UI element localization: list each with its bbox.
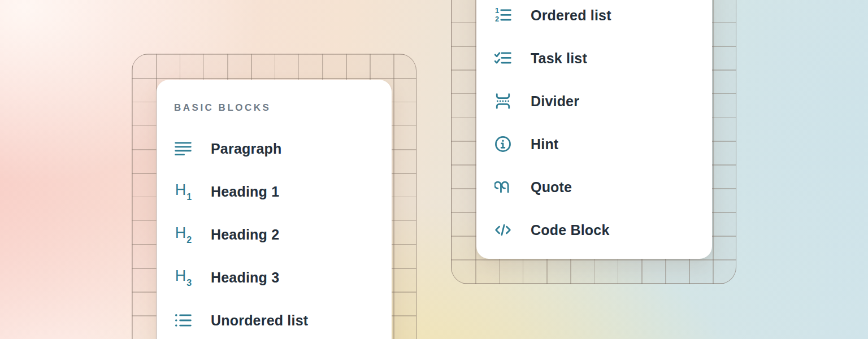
heading-2-icon: H2 (174, 225, 192, 244)
menu-item-label: Paragraph (211, 141, 281, 157)
unordered-list-icon (174, 311, 192, 329)
section-label: BASIC BLOCKS (174, 80, 392, 114)
menu-item-label: Unordered list (211, 312, 308, 329)
svg-text:2: 2 (495, 15, 499, 23)
paragraph-icon (174, 140, 192, 158)
quote-icon (494, 178, 512, 196)
menu-item-hint[interactable]: Hint (494, 123, 712, 166)
menu-item-label: Code Block (531, 222, 610, 238)
blocks-menu-continued: 1 2 Ordered list Task list (476, 0, 712, 259)
svg-text:1: 1 (495, 7, 499, 15)
menu-item-label: Heading 2 (211, 227, 279, 243)
menu-item-heading-3[interactable]: H3 Heading 3 (174, 256, 392, 299)
code-block-icon (494, 221, 512, 239)
menu-item-label: Task list (531, 50, 587, 67)
menu-item-label: Quote (531, 179, 572, 195)
menu-item-code-block[interactable]: Code Block (494, 208, 712, 251)
menu-item-heading-2[interactable]: H2 Heading 2 (174, 213, 392, 256)
menu-item-paragraph[interactable]: Paragraph (174, 127, 392, 170)
menu-item-quote[interactable]: Quote (494, 166, 712, 208)
menu-item-heading-1[interactable]: H1 Heading 1 (174, 170, 392, 213)
menu-item-label: Hint (531, 136, 558, 153)
hint-icon (494, 135, 512, 153)
menu-item-task-list[interactable]: Task list (494, 37, 712, 80)
task-list-icon (494, 49, 512, 67)
ordered-list-icon: 1 2 (494, 6, 512, 24)
menu-item-label: Heading 1 (211, 184, 279, 200)
menu-item-ordered-list[interactable]: 1 2 Ordered list (494, 0, 712, 37)
basic-blocks-menu: BASIC BLOCKS Paragraph H1 Heading 1 H2 H… (157, 80, 392, 339)
heading-3-icon: H3 (174, 268, 192, 286)
menu-item-label: Divider (531, 93, 579, 110)
menu-item-unordered-list[interactable]: Unordered list (174, 299, 392, 339)
divider-icon (494, 92, 512, 110)
heading-1-icon: H1 (174, 182, 192, 201)
menu-item-label: Heading 3 (211, 270, 279, 286)
menu-item-divider[interactable]: Divider (494, 80, 712, 123)
menu-item-label: Ordered list (531, 7, 611, 24)
